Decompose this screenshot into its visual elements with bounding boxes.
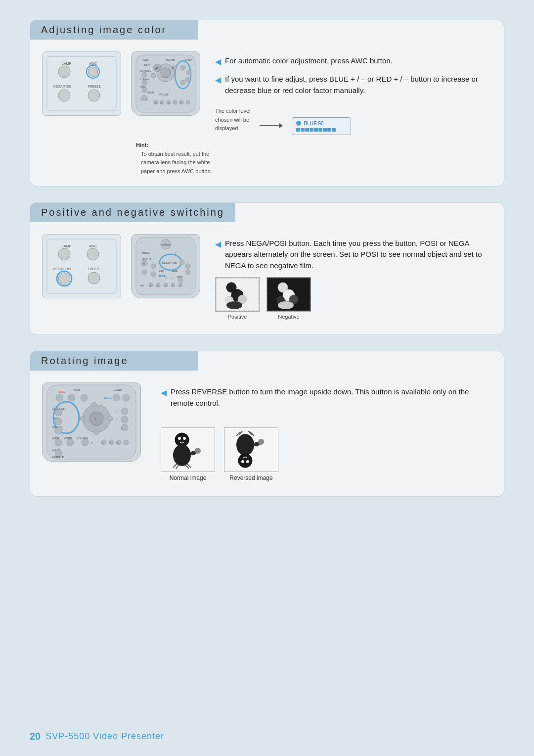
svg-point-135 xyxy=(67,439,74,446)
svg-point-7 xyxy=(58,90,70,101)
svg-point-142 xyxy=(94,430,99,435)
product-name: SVP-5500 Video Presenter xyxy=(45,731,164,742)
svg-text:N: N xyxy=(143,262,145,265)
svg-text:ANTI-FLK: ANTI-FLK xyxy=(52,456,64,459)
bullet-item-rotating: ◀ Press REVERSE button to turn the image… xyxy=(161,386,492,409)
svg-point-158 xyxy=(173,444,191,466)
svg-rect-0 xyxy=(47,56,116,111)
svg-text:REN: REN xyxy=(144,63,150,66)
reversed-image-item: Reversed image xyxy=(224,427,278,481)
svg-point-54 xyxy=(87,248,99,260)
svg-point-47 xyxy=(151,73,156,78)
svg-point-133 xyxy=(55,439,62,446)
svg-point-164 xyxy=(246,460,249,463)
bar-9 xyxy=(332,128,336,132)
svg-point-137 xyxy=(82,439,89,446)
section-title-posi: Positive and negative switching xyxy=(41,207,224,218)
svg-point-31 xyxy=(185,77,190,82)
svg-text:s: s xyxy=(121,427,123,430)
section-posi-nega: Positive and negative switching LAMP AWC… xyxy=(30,202,504,335)
positive-svg xyxy=(216,278,259,311)
section-body-rotating: RED USB LAMP BLUE xyxy=(30,378,504,486)
hint-area: Hint: To obtain best result, put thecame… xyxy=(136,142,212,176)
remote-mockup-rotating: RED USB LAMP BLUE xyxy=(42,382,141,462)
bullet-area-rotating: ◀ Press REVERSE button to turn the image… xyxy=(156,382,492,415)
svg-text:BLUE: BLUE xyxy=(104,396,112,399)
svg-point-143 xyxy=(80,416,85,421)
normal-reversed-row: Normal image xyxy=(156,427,492,481)
panel-mockup-color: LAMP AWC NEGA/POSI FREEZE - xyxy=(42,51,121,116)
reversed-image-svg xyxy=(224,428,278,472)
remote-mockup-color: CUS JA/POSI LAMP REN REVERSE FREEZE WIDE… xyxy=(131,51,200,116)
svg-text:NEGA/POSI: NEGA/POSI xyxy=(162,261,178,264)
svg-point-9 xyxy=(88,90,100,101)
bar-6 xyxy=(318,128,322,132)
svg-text:FREEZE: FREEZE xyxy=(140,78,149,80)
svg-text:OPEN: OPEN xyxy=(147,92,154,94)
svg-point-126 xyxy=(121,408,128,415)
svg-point-26 xyxy=(142,80,147,85)
svg-text:LAMP: LAMP xyxy=(185,58,192,61)
svg-text:CUS: CUS xyxy=(143,58,149,61)
svg-text:+: + xyxy=(94,416,97,422)
bar-2 xyxy=(301,128,305,132)
panel-mockup-posi: LAMP AWC NEGA/POSI FREEZE xyxy=(42,234,121,298)
svg-point-32 xyxy=(180,80,185,85)
svg-point-144 xyxy=(108,416,113,421)
svg-point-141 xyxy=(91,402,96,407)
svg-point-163 xyxy=(241,460,244,463)
svg-point-113 xyxy=(81,394,88,401)
svg-point-27 xyxy=(142,88,147,93)
svg-text:POWER: POWER xyxy=(161,243,170,246)
svg-point-25 xyxy=(142,72,147,77)
bullet-area-posi: ◀ Press NEGA/POSI button. Each time you … xyxy=(210,234,492,320)
svg-text:NEGA/POSI: NEGA/POSI xyxy=(53,85,71,88)
color-caption-text: The color levelchosen will bedisplayed. xyxy=(215,107,251,133)
section-title-color: Adjusting image color xyxy=(41,24,187,36)
bullet-arrow-rotating: ◀ xyxy=(161,387,167,399)
bar-1 xyxy=(296,128,300,132)
svg-text:NEGA/POSI: NEGA/POSI xyxy=(53,267,71,271)
svg-text:AF: AF xyxy=(155,67,158,70)
svg-text:LAMP: LAMP xyxy=(62,244,71,248)
svg-point-162 xyxy=(238,454,252,468)
hint-text: To obtain best result, put thecamera len… xyxy=(141,150,212,176)
svg-point-28 xyxy=(142,95,147,100)
section-title-rotating: Rotating image xyxy=(41,355,187,367)
svg-point-99 xyxy=(226,301,242,309)
svg-point-115 xyxy=(123,394,130,401)
bullet-arrow-1: ◀ xyxy=(215,74,221,86)
remote-svg-posi: POWER INTEX F FOCUS NEGA/POSI N OFF AMP xyxy=(134,236,198,296)
hint-label: Hint: xyxy=(136,142,212,148)
svg-point-59 xyxy=(88,272,100,284)
bullet-text-posi: Press NEGA/POSI button. Each time you pr… xyxy=(225,238,492,272)
bar-4 xyxy=(310,128,313,132)
bullet-item-posi: ◀ Press NEGA/POSI button. Each time you … xyxy=(215,238,492,272)
section-header-posi: Positive and negative switching xyxy=(30,203,235,222)
svg-point-125 xyxy=(55,427,62,434)
svg-text:AMP: AMP xyxy=(172,270,178,273)
svg-point-123 xyxy=(55,418,62,425)
svg-point-77 xyxy=(185,264,190,269)
svg-text:AWC: AWC xyxy=(89,244,97,248)
svg-point-127 xyxy=(121,416,128,423)
panel-svg-color: LAMP AWC NEGA/POSI FREEZE - xyxy=(44,54,119,113)
svg-text:RED: RED xyxy=(59,390,66,393)
remote-mockup-posi: POWER INTEX F FOCUS NEGA/POSI N OFF AMP xyxy=(131,234,200,298)
bullet-text-0: For automatic color adjustment, press AW… xyxy=(225,55,393,67)
svg-text:AWC: AWC xyxy=(89,62,97,65)
section-body-posi: LAMP AWC NEGA/POSI FREEZE xyxy=(30,230,504,325)
svg-point-78 xyxy=(185,270,190,275)
bar-7 xyxy=(323,128,327,132)
bullet-text-1: If you want to fine adjust, press BLUE +… xyxy=(225,74,492,96)
negative-label: Negative xyxy=(278,314,299,320)
reversed-image-frame xyxy=(224,427,278,472)
normal-label: Normal image xyxy=(170,474,207,481)
page-number: 20 xyxy=(30,731,41,742)
section-header-rotating: Rotating image xyxy=(30,351,198,371)
color-level-box: BLUE 90 xyxy=(292,117,351,135)
svg-text:FREEZE: FREEZE xyxy=(88,267,101,271)
svg-text:PRE: PRE xyxy=(140,284,144,287)
svg-point-74 xyxy=(151,264,156,269)
positive-label: Positive xyxy=(228,314,247,320)
